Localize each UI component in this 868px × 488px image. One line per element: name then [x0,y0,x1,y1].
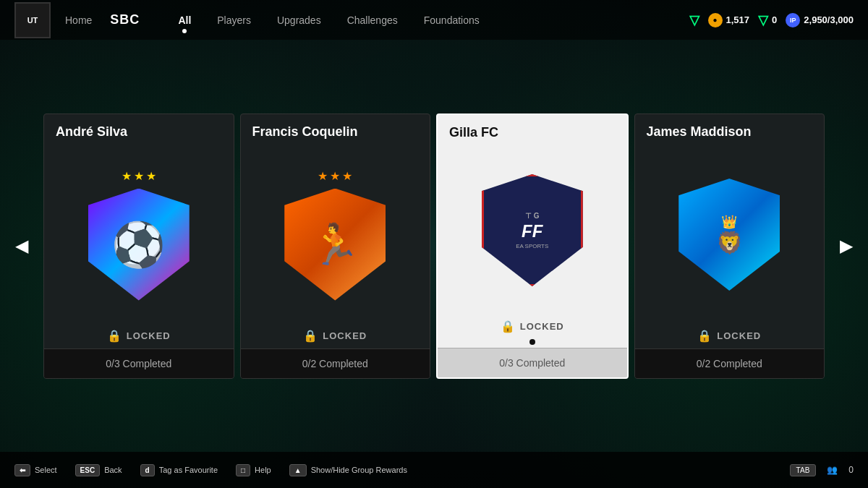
player-icon-coquelin: 🏃 [310,221,360,268]
star-3: ★ [342,169,352,183]
main-content: ◀ André Silva ★ ★ ★ ⚽ 🔒 L [0,40,868,452]
gilla-top-icons: ⊤ G [525,212,540,220]
prev-arrow[interactable]: ◀ [7,231,36,260]
bottom-right: TAB 👥 0 [790,464,854,476]
tab-foundations[interactable]: Foundations [411,9,493,32]
completed-coquelin: 0/2 Completed [241,348,430,378]
token-icon: ▽ [689,12,699,28]
help-key: □ [236,464,250,476]
card-title-andre: André Silva [44,114,234,147]
nav-home[interactable]: Home [65,14,92,26]
card-title-gilla: Gilla FC [438,115,627,147]
player-icon-andre: ⚽ [111,219,166,270]
lock-status-andre: 🔒 LOCKED [44,323,234,348]
back-key: ESC [75,464,101,476]
sbc-card-coquelin[interactable]: Francis Coquelin ★ ★ ★ 🏃 🔒 LOCKED 0/2 [240,114,431,379]
coins-currency: ● 1,517 [708,13,750,27]
badge-wrapper-andre: ★ ★ ★ ⚽ [88,169,190,301]
points-icon: IP [786,13,800,27]
selected-dot [529,339,535,345]
pl-lion-icon: 🦁 [716,230,743,255]
stars-coquelin: ★ ★ ★ [318,169,352,183]
nav-tabs: All Players Upgrades Challenges Foundati… [165,9,689,32]
players-count: 0 [848,465,854,475]
completed-andre: 0/3 Completed [44,348,234,378]
shield-andre: ⚽ [88,189,190,301]
sbc-card-maddison[interactable]: James Maddison 👑 🦁 🔒 LOCKED 0/2 Complete… [634,114,825,379]
tab-key: TAB [790,464,817,476]
currency-display: ▽ ● 1,517 ▽ 0 IP 2,950/3,000 [689,12,854,28]
badge-area-gilla: ⊤ G FF EA SPORTS [438,147,627,314]
card-title-maddison: James Maddison [635,114,825,147]
chevron-right-icon: ▶ [840,236,853,256]
star-3: ★ [146,169,156,183]
back-btn: ESC Back [75,464,122,476]
stars-andre: ★ ★ ★ [122,169,156,183]
shield-gilla: ⊤ G FF EA SPORTS [482,174,583,286]
fifa-token-currency: ▽ 0 [758,12,777,28]
pl-crown-icon: 👑 [721,214,737,230]
top-nav: UT Home SBC All Players Upgrades Challen… [0,0,868,40]
gilla-ff-text: FF [522,221,542,241]
card-title-coquelin: Francis Coquelin [241,114,430,147]
logo: UT [14,2,51,38]
coin-icon: ● [708,13,723,27]
lock-status-gilla: 🔒 LOCKED [438,314,627,339]
maddison-badge-content: 👑 🦁 [716,214,743,255]
completed-maddison: 0/2 Completed [635,348,825,378]
rewards-key: ▲ [289,464,307,476]
select-key-icon: ⬅ [14,464,30,476]
lock-status-coquelin: 🔒 LOCKED [241,323,430,348]
bottom-bar: ⬅ Select ESC Back d Tag as Favourite □ H… [0,452,868,488]
chevron-left-icon: ◀ [15,236,28,256]
gilla-subtitle: EA SPORTS [516,243,548,249]
favourite-btn: d Tag as Favourite [140,464,218,476]
badge-area-maddison: 👑 🦁 [635,147,825,323]
tab-all[interactable]: All [165,9,204,32]
badge-area-coquelin: ★ ★ ★ 🏃 [241,147,430,323]
lock-icon-gilla: 🔒 [501,320,516,333]
sbc-card-andre-silva[interactable]: André Silva ★ ★ ★ ⚽ 🔒 LOCKED 0/3 Comple [43,114,234,379]
fifa-token-icon: ▽ [758,12,768,28]
badge-area-andre: ★ ★ ★ ⚽ [44,147,234,323]
nav-sbc[interactable]: SBC [110,12,140,27]
star-1: ★ [318,169,328,183]
lock-status-maddison: 🔒 LOCKED [635,323,825,348]
sbc-card-gilla[interactable]: Gilla FC ⊤ G FF EA SPORTS 🔒 LOCKED [436,114,629,379]
badge-wrapper-gilla: ⊤ G FF EA SPORTS [482,174,583,286]
fav-key: d [140,464,155,476]
tab-players[interactable]: Players [204,9,264,32]
token-currency: ▽ [689,12,699,28]
lock-icon-coquelin: 🔒 [303,329,318,343]
badge-wrapper-maddison: 👑 🦁 [678,179,780,291]
select-btn: ⬅ Select [14,464,57,476]
star-2: ★ [330,169,340,183]
tab-challenges[interactable]: Challenges [334,9,411,32]
shield-maddison: 👑 🦁 [678,179,780,291]
next-arrow[interactable]: ▶ [832,231,861,260]
shield-coquelin: 🏃 [284,189,386,301]
lock-icon-maddison: 🔒 [697,329,712,343]
lock-icon-andre: 🔒 [107,329,122,343]
completed-gilla: 0/3 Completed [438,348,627,377]
help-btn: □ Help [236,464,271,476]
tab-upgrades[interactable]: Upgrades [264,9,334,32]
star-1: ★ [122,169,132,183]
badge-wrapper-coquelin: ★ ★ ★ 🏃 [284,169,386,301]
gilla-badge-content: ⊤ G FF EA SPORTS [516,212,548,249]
star-2: ★ [134,169,144,183]
points-currency: IP 2,950/3,000 [786,13,854,27]
show-rewards-btn: ▲ Show/Hide Group Rewards [289,464,407,476]
cards-container: André Silva ★ ★ ★ ⚽ 🔒 LOCKED 0/3 Comple [43,114,825,379]
players-icon: 👥 [827,465,838,475]
